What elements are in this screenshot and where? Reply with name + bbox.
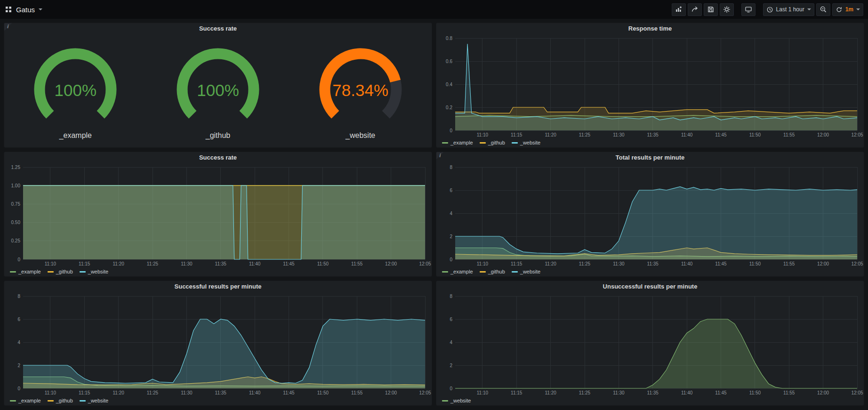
svg-text:11:35: 11:35 bbox=[215, 261, 227, 266]
svg-text:0.6: 0.6 bbox=[446, 59, 452, 64]
gauge-label: _website bbox=[346, 131, 375, 140]
dashboard-title[interactable]: Gatus bbox=[16, 6, 35, 14]
legend-item-example[interactable]: _example bbox=[10, 398, 41, 403]
legend-item-github[interactable]: _github bbox=[480, 269, 505, 274]
chart-total-results[interactable]: 0246811:1011:1511:2011:2511:3011:3511:40… bbox=[438, 163, 862, 267]
clock-icon bbox=[766, 6, 773, 13]
legend-swatch bbox=[480, 271, 486, 273]
svg-text:11:50: 11:50 bbox=[749, 390, 761, 395]
chart-legend: _example_github_website bbox=[436, 267, 864, 276]
svg-text:11:25: 11:25 bbox=[579, 132, 591, 137]
svg-text:11:10: 11:10 bbox=[477, 132, 489, 137]
svg-text:11:50: 11:50 bbox=[749, 261, 761, 266]
panel-info-icon[interactable]: i bbox=[436, 152, 444, 160]
legend-item-example[interactable]: _example bbox=[10, 269, 41, 274]
svg-text:11:15: 11:15 bbox=[511, 390, 522, 395]
chart-unsuccessful-results[interactable]: 0246811:1011:1511:2011:2511:3011:3511:40… bbox=[438, 292, 862, 396]
dashboard-grid-icon[interactable] bbox=[5, 6, 12, 13]
panel-title[interactable]: Response time bbox=[436, 23, 864, 34]
svg-text:6: 6 bbox=[17, 317, 20, 322]
panel-title[interactable]: Success rate bbox=[4, 23, 432, 34]
panel-success-rate-gauges: i Success rate 100% _example 100% _githu… bbox=[4, 23, 432, 148]
svg-text:11:25: 11:25 bbox=[147, 390, 159, 395]
svg-text:0.25: 0.25 bbox=[11, 238, 21, 243]
svg-text:4: 4 bbox=[450, 211, 452, 216]
panel-title[interactable]: Unsuccessful results per minute bbox=[436, 281, 864, 292]
refresh-button[interactable]: 1m bbox=[832, 3, 863, 16]
legend-swatch bbox=[80, 400, 86, 402]
legend-item-github[interactable]: _github bbox=[48, 269, 73, 274]
refresh-interval-label[interactable]: 1m bbox=[845, 6, 853, 13]
legend-item-github[interactable]: _github bbox=[48, 398, 73, 403]
panel-successful-results: Successful results per minute 0246811:10… bbox=[4, 281, 432, 406]
svg-text:11:20: 11:20 bbox=[545, 390, 556, 395]
svg-text:11:20: 11:20 bbox=[113, 390, 124, 395]
legend-swatch bbox=[480, 142, 486, 144]
chart-success-rate[interactable]: 00.250.500.751.001.2511:1011:1511:2011:2… bbox=[6, 163, 430, 267]
gauge-website: 78.34% _website bbox=[289, 42, 432, 140]
svg-text:11:50: 11:50 bbox=[317, 390, 329, 395]
svg-text:8: 8 bbox=[17, 294, 20, 299]
svg-text:11:30: 11:30 bbox=[613, 132, 625, 137]
svg-text:11:50: 11:50 bbox=[749, 132, 761, 137]
legend-item-website[interactable]: _website bbox=[442, 398, 471, 403]
time-range-caret-icon bbox=[807, 8, 811, 10]
legend-item-website[interactable]: _website bbox=[512, 140, 540, 145]
svg-text:12:00: 12:00 bbox=[385, 261, 397, 266]
svg-text:6: 6 bbox=[450, 317, 452, 322]
svg-text:0: 0 bbox=[17, 257, 20, 262]
zoom-out-button[interactable] bbox=[816, 3, 830, 16]
svg-text:0.8: 0.8 bbox=[446, 36, 452, 41]
time-range-picker[interactable]: Last 1 hour bbox=[763, 3, 814, 16]
svg-text:11:45: 11:45 bbox=[715, 390, 727, 395]
add-panel-button[interactable] bbox=[672, 3, 686, 16]
panel-unsuccessful-results: Unsuccessful results per minute 0246811:… bbox=[436, 281, 864, 406]
legend-item-website[interactable]: _website bbox=[512, 269, 540, 274]
panel-title[interactable]: Successful results per minute bbox=[4, 281, 432, 292]
share-button[interactable] bbox=[688, 3, 702, 16]
svg-text:11:45: 11:45 bbox=[283, 261, 295, 266]
settings-button[interactable] bbox=[720, 3, 734, 16]
panel-info-icon[interactable]: i bbox=[4, 23, 12, 31]
chart-successful-results[interactable]: 0246811:1011:1511:2011:2511:3011:3511:40… bbox=[6, 292, 430, 396]
legend-swatch bbox=[10, 271, 16, 273]
svg-text:0: 0 bbox=[450, 386, 452, 391]
legend-item-website[interactable]: _website bbox=[80, 398, 108, 403]
chart-response-time[interactable]: 00.20.40.60.811:1011:1511:2011:2511:3011… bbox=[438, 34, 862, 138]
refresh-interval-caret-icon[interactable] bbox=[856, 8, 860, 10]
svg-text:11:10: 11:10 bbox=[45, 261, 56, 266]
panel-response-time: Response time 00.20.40.60.811:1011:1511:… bbox=[436, 23, 864, 148]
legend-item-example[interactable]: _example bbox=[442, 140, 473, 145]
svg-text:11:55: 11:55 bbox=[351, 261, 363, 266]
svg-text:11:55: 11:55 bbox=[783, 390, 795, 395]
svg-text:11:10: 11:10 bbox=[477, 261, 489, 266]
panel-title[interactable]: Success rate bbox=[4, 152, 432, 163]
legend-swatch bbox=[10, 400, 16, 402]
save-button[interactable] bbox=[704, 3, 718, 16]
chart-legend: _example_github_website bbox=[4, 396, 432, 405]
svg-text:12:05: 12:05 bbox=[419, 390, 431, 395]
legend-swatch bbox=[512, 142, 518, 144]
svg-text:11:40: 11:40 bbox=[681, 132, 693, 137]
svg-text:4: 4 bbox=[450, 340, 452, 345]
svg-text:0.75: 0.75 bbox=[11, 201, 21, 207]
panel-title[interactable]: Total results per minute bbox=[436, 152, 864, 163]
svg-text:11:20: 11:20 bbox=[545, 261, 556, 266]
legend-item-example[interactable]: _example bbox=[442, 269, 473, 274]
gauge-label: _example bbox=[59, 131, 92, 140]
svg-text:11:30: 11:30 bbox=[613, 261, 625, 266]
svg-text:12:00: 12:00 bbox=[817, 261, 829, 266]
svg-text:0.50: 0.50 bbox=[11, 220, 21, 225]
dashboard-title-caret-icon[interactable] bbox=[39, 8, 42, 10]
legend-item-github[interactable]: _github bbox=[480, 140, 505, 145]
svg-text:11:35: 11:35 bbox=[647, 390, 659, 395]
panel-total-results: i Total results per minute 0246811:1011:… bbox=[436, 152, 864, 277]
legend-item-website[interactable]: _website bbox=[80, 269, 108, 274]
svg-text:0: 0 bbox=[17, 386, 20, 391]
navbar: Gatus bbox=[0, 0, 868, 19]
svg-text:11:50: 11:50 bbox=[317, 261, 329, 266]
svg-text:12:05: 12:05 bbox=[851, 390, 863, 395]
legend-swatch bbox=[442, 271, 448, 273]
tv-mode-button[interactable] bbox=[741, 3, 755, 16]
svg-text:12:00: 12:00 bbox=[817, 132, 829, 137]
